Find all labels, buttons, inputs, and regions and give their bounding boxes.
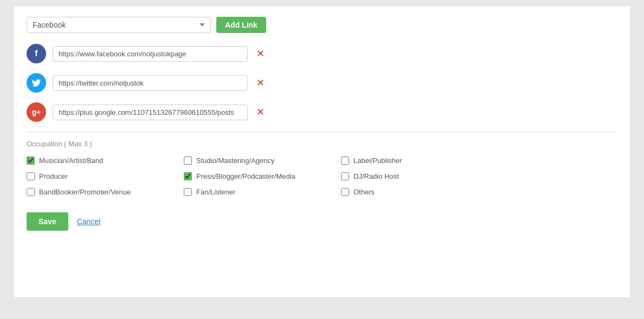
- googleplus-url-input[interactable]: [53, 105, 248, 120]
- occupation-producer-label: Producer: [39, 172, 68, 180]
- occupation-booker-checkbox[interactable]: [27, 188, 35, 196]
- occupation-musician-checkbox[interactable]: [27, 157, 35, 165]
- twitter-row: ✕: [27, 73, 617, 93]
- facebook-row: f ✕: [27, 44, 617, 63]
- occupation-dj-checkbox[interactable]: [341, 172, 349, 180]
- occupation-label-checkbox[interactable]: [341, 157, 349, 165]
- cancel-button[interactable]: Cancel: [77, 217, 101, 226]
- occupation-musician[interactable]: Musician/Artist/Band: [27, 157, 178, 165]
- occupation-booker[interactable]: BandBooker/Promoter/Venue: [27, 188, 178, 196]
- occupation-checkboxes: Musician/Artist/Band Studio/Mastering/Ag…: [27, 157, 617, 196]
- remove-facebook-button[interactable]: ✕: [254, 49, 267, 58]
- facebook-icon: f: [27, 44, 46, 63]
- occupation-musician-label: Musician/Artist/Band: [39, 157, 104, 165]
- occupation-press-label: Press/Blogger/Podcaster/Media: [196, 172, 295, 180]
- remove-googleplus-button[interactable]: ✕: [254, 107, 267, 117]
- twitter-icon: [27, 73, 46, 93]
- occupation-others-checkbox[interactable]: [341, 188, 349, 196]
- googleplus-icon: g+: [27, 102, 46, 122]
- main-card: FacebookTwitterGoogle+InstagramLinkedInY…: [13, 5, 631, 298]
- occupation-press[interactable]: Press/Blogger/Podcaster/Media: [184, 172, 336, 180]
- occupation-studio-label: Studio/Mastering/Agency: [196, 157, 275, 165]
- footer-row: Save Cancel: [27, 212, 617, 231]
- occupation-fan[interactable]: Fan/Listener: [184, 188, 336, 196]
- occupation-others[interactable]: Others: [341, 188, 493, 196]
- platform-select[interactable]: FacebookTwitterGoogle+InstagramLinkedInY…: [27, 17, 211, 33]
- occupation-label-publisher[interactable]: Label/Publisher: [341, 157, 493, 165]
- social-links-list: f ✕ ✕ g+ ✕: [27, 44, 617, 122]
- save-button[interactable]: Save: [27, 212, 68, 231]
- occupation-label: Occupation ( Max 3 ): [27, 140, 617, 148]
- add-link-button[interactable]: Add Link: [216, 17, 266, 33]
- facebook-url-input[interactable]: [53, 46, 248, 62]
- occupation-press-checkbox[interactable]: [184, 172, 192, 180]
- occupation-studio[interactable]: Studio/Mastering/Agency: [184, 157, 336, 165]
- section-divider: [27, 132, 617, 132]
- occupation-others-label: Others: [353, 188, 375, 196]
- googleplus-row: g+ ✕: [27, 102, 617, 122]
- occupation-fan-label: Fan/Listener: [196, 188, 235, 196]
- occupation-producer-checkbox[interactable]: [27, 172, 35, 180]
- occupation-booker-label: BandBooker/Promoter/Venue: [39, 188, 131, 196]
- occupation-fan-checkbox[interactable]: [184, 188, 192, 196]
- add-link-row: FacebookTwitterGoogle+InstagramLinkedInY…: [27, 17, 617, 33]
- occupation-studio-checkbox[interactable]: [184, 157, 192, 165]
- occupation-label-publisher-label: Label/Publisher: [353, 157, 402, 165]
- occupation-producer[interactable]: Producer: [27, 172, 178, 180]
- occupation-dj[interactable]: DJ/Radio Host: [341, 172, 493, 180]
- twitter-url-input[interactable]: [53, 75, 248, 91]
- remove-twitter-button[interactable]: ✕: [254, 78, 267, 88]
- occupation-dj-label: DJ/Radio Host: [353, 172, 399, 180]
